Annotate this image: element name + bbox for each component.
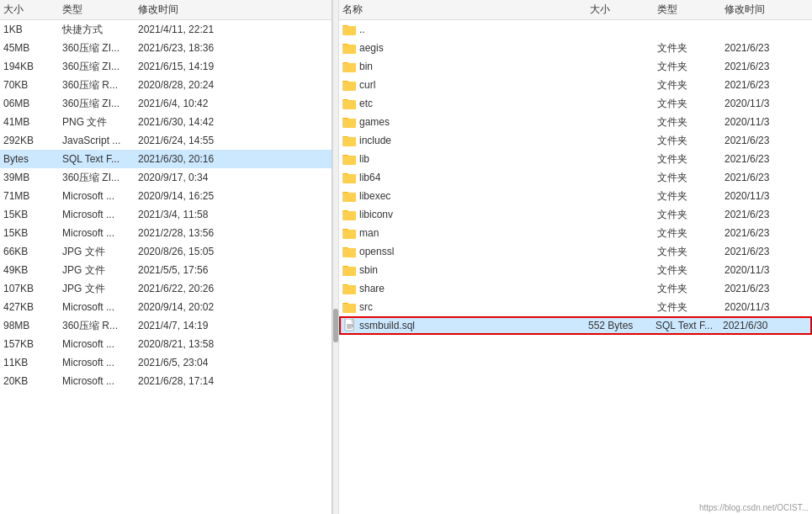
list-item[interactable]: 20KBMicrosoft ...2021/6/28, 17:14 (0, 372, 332, 390)
list-item[interactable]: include文件夹2021/6/23 (339, 131, 812, 150)
file-name-col: curl (342, 79, 590, 91)
file-modified: 2021/2/28, 13:56 (138, 227, 264, 239)
left-col-size: 大小 (3, 3, 62, 17)
file-name-col: man (342, 227, 590, 239)
list-item[interactable]: BytesSQL Text F...2021/6/30, 20:16 (0, 150, 332, 168)
file-type: 文件夹 (657, 282, 724, 296)
list-item[interactable]: 06MB360压缩 ZI...2021/6/4, 10:42 (0, 94, 332, 113)
file-name-text: src (359, 301, 373, 313)
file-name-text: man (359, 227, 379, 239)
list-item[interactable]: bin文件夹2021/6/23 (339, 57, 812, 76)
file-modified: 2021/6/4, 10:42 (138, 98, 264, 109)
list-item[interactable]: 11KBMicrosoft ...2021/6/5, 23:04 (0, 353, 332, 372)
list-item[interactable]: src文件夹2020/11/3 (339, 298, 812, 316)
list-item[interactable]: curl文件夹2021/6/23 (339, 76, 812, 94)
file-type: 360压缩 ZI... (62, 171, 138, 185)
list-item[interactable]: openssl文件夹2021/6/23 (339, 242, 812, 261)
svg-rect-17 (342, 119, 356, 127)
list-item[interactable]: 49KBJPG 文件2021/5/5, 17:56 (0, 261, 332, 279)
file-name-col: aegis (342, 42, 590, 54)
list-item[interactable]: lib文件夹2021/6/23 (339, 150, 812, 168)
list-item[interactable]: aegis文件夹2021/6/23 (339, 39, 812, 57)
list-item[interactable]: games文件夹2020/11/3 (339, 113, 812, 131)
right-col-modified: 修改时间 (724, 3, 809, 17)
list-item[interactable]: libiconv文件夹2021/6/23 (339, 205, 812, 224)
file-type: 文件夹 (657, 263, 724, 278)
folder-icon (342, 190, 356, 202)
file-type: 文件夹 (657, 78, 724, 93)
list-item[interactable]: 70KB360压缩 R...2020/8/28, 20:24 (0, 76, 332, 94)
list-item[interactable]: ssmbuild.sql552 BytesSQL Text F...2021/6… (339, 316, 812, 335)
file-type: PNG 文件 (62, 115, 138, 130)
file-modified: 2021/6/23 (724, 246, 809, 257)
file-type: Microsoft ... (62, 357, 138, 368)
file-modified: 2021/6/23, 18:36 (138, 42, 264, 54)
list-item[interactable]: 66KBJPG 文件2020/8/26, 15:05 (0, 242, 332, 261)
file-name-col: ssmbuild.sql (344, 319, 588, 332)
list-item[interactable]: .. (339, 20, 812, 39)
file-size: 107KB (3, 283, 62, 294)
list-item[interactable]: libexec文件夹2020/11/3 (339, 187, 812, 205)
file-name-text: etc (359, 98, 373, 109)
list-item[interactable]: share文件夹2021/6/23 (339, 279, 812, 298)
svg-rect-44 (342, 285, 356, 294)
file-type: 文件夹 (657, 97, 724, 111)
list-item[interactable]: 98MB360压缩 R...2021/4/7, 14:19 (0, 316, 332, 335)
file-type: 文件夹 (657, 134, 724, 148)
list-item[interactable]: 41MBPNG 文件2021/6/30, 14:42 (0, 113, 332, 131)
file-type: Microsoft ... (62, 227, 138, 239)
list-item[interactable]: etc文件夹2020/11/3 (339, 94, 812, 113)
scrollbar-divider[interactable] (332, 0, 339, 514)
list-item[interactable]: 15KBMicrosoft ...2021/3/4, 11:58 (0, 205, 332, 224)
list-item[interactable]: 71MBMicrosoft ...2020/9/14, 16:25 (0, 187, 332, 205)
left-col-type: 类型 (62, 3, 138, 17)
list-item[interactable]: 1KB快捷方式2021/4/11, 22:21 (0, 20, 332, 39)
file-icon (344, 319, 356, 332)
folder-icon (342, 264, 356, 276)
list-item[interactable]: 194KB360压缩 ZI...2021/6/15, 14:19 (0, 57, 332, 76)
list-item[interactable]: sbin文件夹2020/11/3 (339, 261, 812, 279)
file-size: 20KB (3, 375, 62, 387)
file-size: 157KB (3, 338, 62, 350)
right-scroll-area[interactable]: .. aegis文件夹2021/6/23 bin文件夹2021/6/23 cur… (339, 20, 812, 514)
file-type: 文件夹 (657, 115, 724, 130)
file-modified: 2020/11/3 (724, 301, 809, 313)
svg-rect-11 (342, 82, 356, 90)
list-item[interactable]: 427KBMicrosoft ...2020/9/14, 20:02 (0, 298, 332, 316)
list-item[interactable]: lib64文件夹2021/6/23 (339, 168, 812, 187)
file-modified: 2020/8/26, 15:05 (138, 246, 264, 257)
file-modified: 2021/3/4, 11:58 (138, 209, 264, 220)
file-name-text: .. (359, 24, 365, 35)
left-col-modified: 修改时间 (138, 3, 264, 17)
list-item[interactable]: 45MB360压缩 ZI...2021/6/23, 18:36 (0, 39, 332, 57)
file-type: 文件夹 (657, 245, 724, 259)
file-type: 360压缩 R... (62, 319, 138, 333)
folder-icon (342, 24, 356, 35)
file-modified: 2020/9/14, 20:02 (138, 301, 264, 313)
svg-rect-32 (342, 211, 356, 220)
folder-icon (342, 79, 356, 91)
file-modified: 2021/6/30, 14:42 (138, 116, 264, 128)
list-item[interactable]: man文件夹2021/6/23 (339, 224, 812, 242)
folder-icon (342, 172, 356, 183)
file-name-text: libiconv (359, 209, 393, 220)
svg-rect-26 (342, 174, 356, 183)
list-item[interactable]: 157KBMicrosoft ...2020/8/21, 13:58 (0, 335, 332, 353)
file-size: 71MB (3, 190, 62, 202)
file-modified: 2020/11/3 (724, 98, 809, 109)
scrollbar-thumb[interactable] (333, 309, 338, 342)
file-type: 360压缩 ZI... (62, 60, 138, 74)
file-name-text: include (359, 135, 391, 146)
svg-rect-29 (342, 193, 356, 201)
file-name-text: curl (359, 79, 375, 91)
folder-icon (342, 227, 356, 239)
list-item[interactable]: 15KBMicrosoft ...2021/2/28, 13:56 (0, 224, 332, 242)
file-type: 360压缩 ZI... (62, 97, 138, 111)
list-item[interactable]: 39MB360压缩 ZI...2020/9/17, 0:34 (0, 168, 332, 187)
list-item[interactable]: 107KBJPG 文件2021/6/22, 20:26 (0, 279, 332, 298)
left-scroll-area[interactable]: 1KB快捷方式2021/4/11, 22:2145MB360压缩 ZI...20… (0, 20, 332, 514)
list-item[interactable]: 292KBJavaScript ...2021/6/24, 14:55 (0, 131, 332, 150)
left-header: 大小 类型 修改时间 (0, 0, 332, 20)
right-panel: 名称 大小 类型 修改时间 .. aegis文件夹2021/6/23 bin文件… (339, 0, 812, 514)
file-size: 39MB (3, 172, 62, 183)
